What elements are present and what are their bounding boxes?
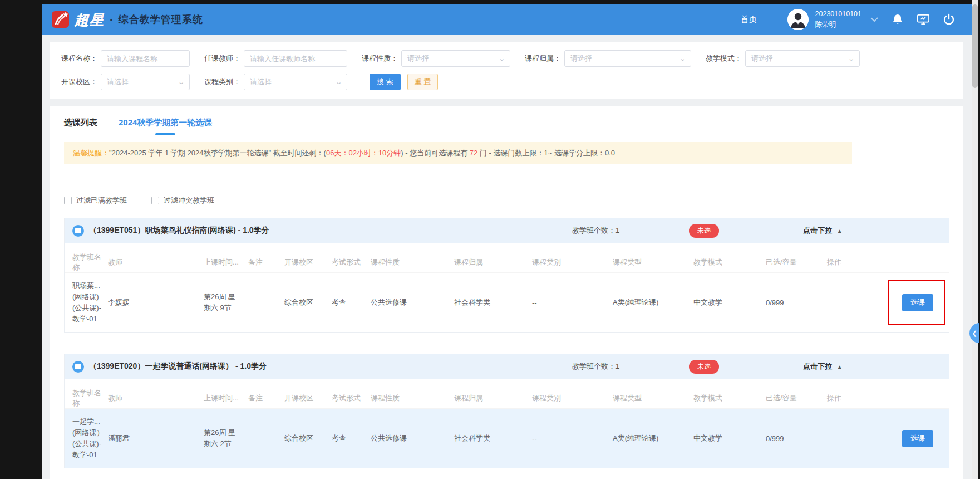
class-name-line: (公共课)- — [72, 438, 108, 449]
col-header: 备注 — [248, 257, 284, 267]
select-value: 请选择 — [570, 53, 592, 63]
collapse-toggle[interactable]: 点击下拉 ▲ — [803, 226, 941, 236]
cell-teacher: 潘丽君 — [108, 433, 204, 443]
brand: 超星 · 综合教学管理系统 — [52, 11, 203, 29]
chevron-down-icon: ⌄ — [679, 55, 686, 62]
filter-teacher: 任课教师： — [204, 50, 347, 67]
cell-action: 选课 — [827, 430, 941, 447]
select-value: 请选择 — [407, 53, 429, 63]
notice-text: ) - 您当前可选课程有 — [401, 149, 470, 157]
col-header: 课程归属 — [454, 257, 532, 267]
top-header-bar: 超星 · 综合教学管理系统 首页 202301010101 陈荣明 — [42, 4, 972, 35]
table-row: 职场菜... (网络课) (公共课)- 教学-01 李媛媛 第26周 星期六 9… — [65, 273, 949, 332]
chevron-down-icon: ⌄ — [178, 79, 185, 86]
filter-label: 任课教师： — [204, 53, 240, 63]
checkbox-label: 过滤已满教学班 — [76, 195, 127, 206]
col-header: 课程类别 — [532, 257, 613, 267]
teacher-input[interactable] — [244, 50, 347, 67]
collapse-label: 点击下拉 — [803, 362, 832, 370]
class-count: 教学班个数：1 — [572, 361, 689, 372]
user-id: 202301010101 — [815, 9, 861, 19]
select-course-button[interactable]: 选课 — [902, 294, 933, 311]
cell-exam-form: 考查 — [332, 433, 371, 443]
cell-exam-form: 考查 — [332, 297, 371, 307]
select-value: 请选择 — [107, 77, 129, 87]
book-icon — [72, 225, 84, 237]
filter-teach-mode: 教学模式： 请选择 ⌄ — [706, 50, 860, 67]
bell-icon[interactable] — [892, 13, 904, 26]
app-window: 超星 · 综合教学管理系统 首页 202301010101 陈荣明 — [42, 4, 972, 479]
tab-active-round[interactable]: 2024秋季学期第一轮选课 — [119, 118, 212, 135]
course-nature-select[interactable]: 请选择 ⌄ — [401, 50, 510, 67]
monitor-icon[interactable] — [917, 13, 929, 26]
reset-button[interactable]: 重 置 — [407, 74, 439, 90]
table-row: 一起学... (网络课） (公共课)- 教学-01 潘丽君 第26周 星期六 2… — [65, 409, 949, 468]
class-name-line: 教学-01 — [72, 449, 108, 461]
cell-capacity: 0/999 — [766, 434, 827, 443]
book-icon — [72, 361, 84, 373]
course-category-select[interactable]: 请选择 ⌄ — [244, 74, 347, 90]
col-header: 课程性质 — [371, 257, 454, 267]
brand-name: 超星 — [75, 11, 105, 29]
course-name-input[interactable] — [101, 50, 190, 67]
class-name-line: 职场菜... — [72, 280, 108, 291]
filter-label: 课程名称： — [61, 53, 97, 63]
col-header: 课程类别 — [532, 393, 613, 403]
collapse-toggle[interactable]: 点击下拉 ▲ — [803, 361, 941, 372]
select-value: 请选择 — [250, 77, 272, 87]
col-header: 上课时间... — [204, 393, 248, 403]
cell-capacity: 0/999 — [766, 299, 827, 307]
cell-course-category: -- — [532, 299, 613, 307]
cell-time: 第26周 星期六 2节 — [204, 427, 239, 449]
select-course-button[interactable]: 选课 — [902, 430, 933, 447]
col-header: 已选/容量 — [766, 393, 827, 403]
col-header: 考试形式 — [332, 393, 371, 403]
cell-course-nature: 公共选修课 — [371, 297, 454, 307]
col-header: 操作 — [827, 393, 941, 403]
col-header: 教学班名称 — [72, 388, 108, 408]
course-belong-select[interactable]: 请选择 ⌄ — [564, 50, 691, 67]
cell-campus: 综合校区 — [284, 433, 332, 443]
user-info[interactable]: 202301010101 陈荣明 — [815, 9, 861, 30]
scrollbar-track[interactable] — [972, 0, 978, 479]
filter-row-2: 开课校区： 请选择 ⌄ 课程类别： 请选择 ⌄ 搜 索 重 置 — [61, 74, 952, 90]
cell-course-type: A类(纯理论课) — [613, 433, 693, 443]
cell-time: 第26周 星期六 9节 — [204, 291, 239, 314]
person-icon — [787, 9, 809, 30]
filter-row-1: 课程名称： 任课教师： 课程性质： 请选择 ⌄ 课程归属： 请选择 ⌄ — [61, 50, 952, 67]
cell-course-belong: 社会科学类 — [454, 297, 532, 307]
checkbox-filter-full-classes[interactable]: 过滤已满教学班 — [64, 195, 127, 206]
class-name-line: (网络课) — [72, 291, 108, 302]
checkbox-icon[interactable] — [64, 197, 72, 204]
power-icon[interactable] — [943, 13, 955, 26]
checkbox-icon[interactable] — [151, 197, 159, 204]
campus-select[interactable]: 请选择 ⌄ — [101, 74, 190, 90]
col-header: 教学班名称 — [72, 252, 108, 272]
brand-separator: · — [110, 13, 114, 26]
tab-course-list[interactable]: 选课列表 — [64, 118, 97, 128]
triangle-up-icon: ▲ — [837, 364, 843, 370]
cell-action: 选课 — [827, 294, 941, 311]
filter-label: 课程类别： — [204, 77, 240, 87]
filter-campus: 开课校区： 请选择 ⌄ — [61, 74, 190, 90]
cell-course-nature: 公共选修课 — [371, 433, 454, 443]
col-header: 教学模式 — [693, 257, 766, 267]
checkbox-label: 过滤冲突教学班 — [164, 195, 214, 206]
chevron-down-icon[interactable] — [870, 14, 878, 25]
col-header: 操作 — [827, 257, 941, 267]
chevron-down-icon: ⌄ — [335, 79, 342, 86]
cell-course-belong: 社会科学类 — [454, 433, 532, 443]
notice-countdown: 06天：02小时：10分钟 — [326, 149, 401, 157]
col-header: 考试形式 — [332, 257, 371, 267]
scrollbar-thumb[interactable] — [972, 4, 978, 88]
tab-label: 2024秋季学期第一轮选课 — [119, 118, 212, 128]
teach-mode-select[interactable]: 请选择 ⌄ — [745, 50, 860, 67]
search-button[interactable]: 搜 索 — [370, 74, 401, 90]
checkbox-filter-conflict-classes[interactable]: 过滤冲突教学班 — [151, 195, 214, 206]
col-header: 开课校区 — [284, 393, 332, 403]
user-avatar[interactable] — [787, 9, 809, 30]
class-table: 教学班名称 教师 上课时间... 备注 开课校区 考试形式 课程性质 课程归属 … — [65, 252, 949, 332]
collapse-label: 点击下拉 — [803, 226, 832, 234]
nav-home-link[interactable]: 首页 — [741, 14, 757, 25]
cell-teach-mode: 中文教学 — [693, 297, 766, 307]
